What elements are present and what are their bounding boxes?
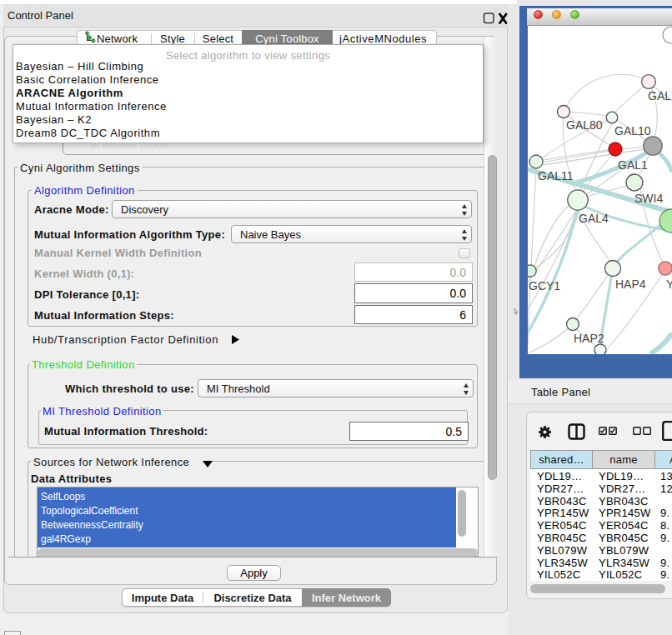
svg-text:GAL11: GAL11 xyxy=(538,169,574,182)
svg-text:GCY1: GCY1 xyxy=(529,279,560,292)
svg-text:GAL4: GAL4 xyxy=(579,212,609,225)
svg-text:GAL1: GAL1 xyxy=(618,158,648,172)
svg-text:SWI4: SWI4 xyxy=(634,192,663,205)
svg-text:GAL80: GAL80 xyxy=(566,118,603,132)
svg-text:GAL7: GAL7 xyxy=(648,89,672,102)
svg-text:HAP4: HAP4 xyxy=(615,278,646,291)
svg-text:GAL10: GAL10 xyxy=(614,124,651,138)
svg-text:HAP2: HAP2 xyxy=(574,332,604,345)
svg-text:YM: YM xyxy=(666,278,672,291)
